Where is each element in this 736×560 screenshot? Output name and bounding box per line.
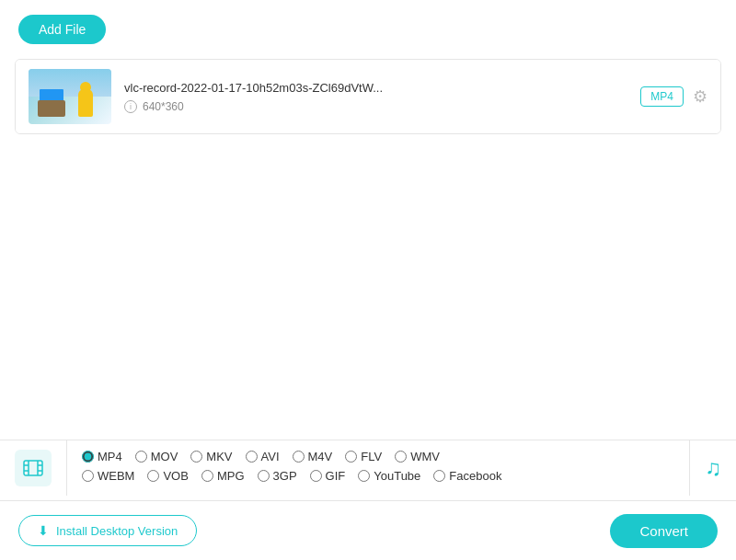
file-thumbnail [29, 69, 111, 124]
top-bar: Add File [0, 0, 736, 59]
file-resolution: 640*360 [143, 100, 184, 113]
file-meta: i 640*360 [124, 100, 627, 113]
format-option-3gp[interactable]: 3GP [258, 469, 297, 483]
format-option-wmv[interactable]: WMV [395, 450, 440, 463]
format-options: MP4 MOV MKV AVI M4V FLV WMV W [67, 440, 689, 496]
music-note-icon: ♫ [705, 455, 721, 481]
settings-icon[interactable]: ⚙ [693, 86, 707, 107]
file-actions: MP4 ⚙ [640, 86, 707, 107]
svg-rect-0 [24, 461, 42, 475]
download-icon: ⬇ [38, 523, 49, 538]
thumb-desk [38, 100, 65, 117]
format-option-mov[interactable]: MOV [135, 450, 178, 463]
file-item: vlc-record-2022-01-17-10h52m03s-ZCl69dVt… [16, 60, 720, 133]
add-file-button[interactable]: Add File [18, 15, 106, 44]
file-list: vlc-record-2022-01-17-10h52m03s-ZCl69dVt… [15, 59, 721, 134]
format-option-gif[interactable]: GIF [310, 469, 346, 483]
format-row-2: WEBM VOB MPG 3GP GIF YouTube Facebook [82, 469, 674, 483]
bottom-bar: ⬇ Install Desktop Version Convert [0, 500, 736, 560]
file-name: vlc-record-2022-01-17-10h52m03s-ZCl69dVt… [124, 81, 627, 95]
format-option-vob[interactable]: VOB [147, 469, 188, 483]
install-desktop-button[interactable]: ⬇ Install Desktop Version [18, 515, 197, 546]
format-panel: MP4 MOV MKV AVI M4V FLV WMV W [0, 440, 736, 496]
format-option-webm[interactable]: WEBM [82, 469, 134, 483]
film-icon [15, 450, 52, 486]
format-option-mkv[interactable]: MKV [190, 450, 232, 463]
format-option-youtube[interactable]: YouTube [358, 469, 420, 483]
thumb-figure [78, 89, 93, 117]
file-info: vlc-record-2022-01-17-10h52m03s-ZCl69dVt… [111, 81, 640, 113]
music-icon-area[interactable]: ♫ [689, 440, 736, 496]
format-option-avi[interactable]: AVI [246, 450, 280, 463]
format-row-1: MP4 MOV MKV AVI M4V FLV WMV [82, 450, 674, 463]
format-option-facebook[interactable]: Facebook [433, 469, 501, 483]
install-label: Install Desktop Version [56, 524, 178, 538]
format-option-m4v[interactable]: M4V [293, 450, 333, 463]
convert-button[interactable]: Convert [610, 514, 718, 548]
format-option-flv[interactable]: FLV [345, 450, 382, 463]
info-icon[interactable]: i [124, 100, 137, 113]
format-option-mp4[interactable]: MP4 [82, 450, 122, 463]
format-option-mpg[interactable]: MPG [201, 469, 245, 483]
thumb-scene [29, 69, 111, 124]
format-badge[interactable]: MP4 [640, 86, 684, 107]
format-icon-area [0, 440, 67, 496]
film-svg [22, 457, 44, 479]
middle-area [0, 134, 736, 346]
